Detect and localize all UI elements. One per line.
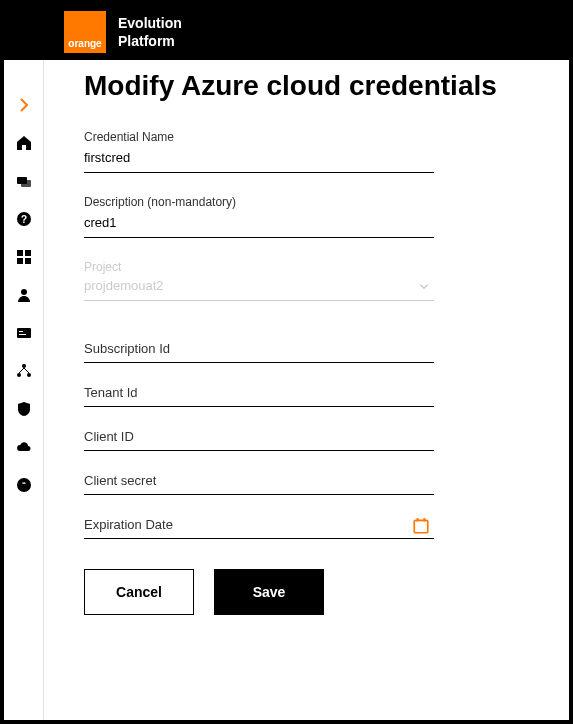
svg-rect-11 (19, 334, 26, 335)
user-icon (16, 287, 32, 303)
credential-name-label: Credential Name (84, 130, 434, 144)
chat-icon: “ (16, 477, 32, 493)
cancel-button[interactable]: Cancel (84, 569, 194, 615)
credential-name-input[interactable] (84, 150, 434, 166)
description-label: Description (non-mandatory) (84, 195, 434, 209)
svg-text:“: “ (22, 480, 26, 489)
content: Modify Azure cloud credentials Credentia… (44, 60, 569, 720)
subscription-id-label: Subscription Id (84, 341, 434, 356)
svg-text:?: ? (20, 214, 26, 225)
brand-title-line1: Evolution (118, 14, 182, 32)
shield-icon (16, 401, 32, 417)
sidebar-item-shield[interactable] (15, 400, 33, 418)
field-subscription-id[interactable]: Subscription Id (84, 341, 434, 363)
sidebar-item-cards[interactable] (15, 172, 33, 190)
svg-rect-4 (17, 250, 23, 256)
field-client-id[interactable]: Client ID (84, 429, 434, 451)
chevron-right-icon (16, 97, 32, 113)
button-row: Cancel Save (84, 569, 434, 615)
svg-rect-7 (25, 258, 31, 264)
sidebar-item-cloud[interactable] (15, 438, 33, 456)
form: Credential Name Description (non-mandato… (84, 130, 434, 615)
sidebar-item-apps[interactable] (15, 248, 33, 266)
tenant-id-label: Tenant Id (84, 385, 434, 400)
client-secret-label: Client secret (84, 473, 434, 488)
svg-rect-19 (423, 518, 425, 521)
topbar: orange Evolution Platform (4, 4, 569, 60)
brand-logo: orange (64, 11, 106, 53)
sidebar-toggle[interactable] (15, 96, 33, 114)
network-icon (16, 363, 32, 379)
home-icon (16, 135, 32, 151)
svg-rect-18 (417, 518, 419, 521)
badge-icon (16, 325, 32, 341)
description-input[interactable] (84, 215, 434, 231)
sidebar-item-help[interactable]: ? (15, 210, 33, 228)
brand-title-line2: Platform (118, 32, 182, 50)
sidebar: ? “ (4, 60, 44, 720)
sidebar-item-network[interactable] (15, 362, 33, 380)
sidebar-item-badge[interactable] (15, 324, 33, 342)
help-icon: ? (16, 211, 32, 227)
field-client-secret[interactable]: Client secret (84, 473, 434, 495)
project-value: projdemouat2 (84, 278, 434, 294)
field-expiration-date[interactable]: Expiration Date (84, 517, 434, 539)
field-credential-name[interactable]: Credential Name (84, 130, 434, 173)
sidebar-item-chat[interactable]: “ (15, 476, 33, 494)
cards-icon (16, 173, 32, 189)
svg-point-12 (22, 364, 26, 368)
field-tenant-id[interactable]: Tenant Id (84, 385, 434, 407)
svg-rect-17 (414, 520, 428, 532)
chevron-down-icon (418, 278, 430, 296)
save-button[interactable]: Save (214, 569, 324, 615)
page-title: Modify Azure cloud credentials (84, 70, 529, 102)
calendar-icon[interactable] (412, 517, 430, 539)
brand-title: Evolution Platform (118, 14, 182, 50)
field-project: Project projdemouat2 (84, 260, 434, 301)
svg-rect-5 (25, 250, 31, 256)
brand-logo-text: orange (68, 38, 101, 49)
project-label: Project (84, 260, 434, 274)
client-id-label: Client ID (84, 429, 434, 444)
cloud-icon (16, 439, 32, 455)
expiration-date-label: Expiration Date (84, 517, 173, 532)
svg-point-8 (21, 289, 27, 295)
svg-point-13 (17, 373, 21, 377)
svg-point-14 (27, 373, 31, 377)
svg-rect-10 (19, 331, 23, 332)
field-description[interactable]: Description (non-mandatory) (84, 195, 434, 238)
sidebar-item-home[interactable] (15, 134, 33, 152)
svg-rect-9 (17, 328, 31, 338)
sidebar-item-user[interactable] (15, 286, 33, 304)
svg-rect-6 (17, 258, 23, 264)
svg-rect-1 (21, 180, 31, 187)
grid-icon (16, 249, 32, 265)
